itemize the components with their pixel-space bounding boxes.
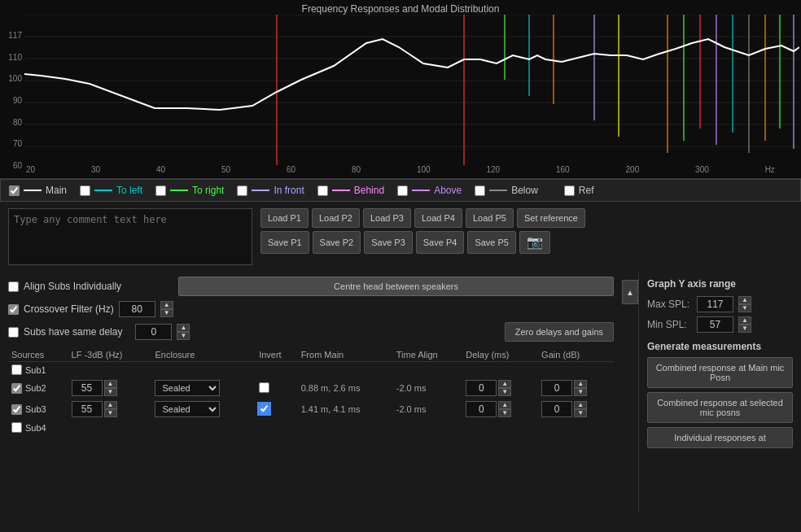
set-reference-button[interactable]: Set reference bbox=[517, 208, 585, 228]
legend-label-ref: Ref bbox=[579, 185, 594, 196]
load-p4-button[interactable]: Load P4 bbox=[414, 208, 462, 228]
sub3-gain-input[interactable] bbox=[541, 401, 572, 417]
sub2-gain-input[interactable] bbox=[541, 380, 572, 396]
sub2-label: Sub2 bbox=[25, 383, 46, 393]
legend-check-above[interactable] bbox=[397, 185, 408, 196]
legend-label-infront: In front bbox=[274, 185, 304, 196]
min-spl-input[interactable] bbox=[697, 316, 733, 333]
legend-item-above[interactable]: Above bbox=[397, 185, 462, 196]
subs-delay-down[interactable]: ▼ bbox=[177, 332, 190, 340]
legend-item-toleft[interactable]: To left bbox=[80, 185, 142, 196]
legend-check-toleft[interactable] bbox=[80, 185, 90, 196]
sub2-lf-down[interactable]: ▼ bbox=[104, 388, 117, 396]
legend-check-toright[interactable] bbox=[155, 185, 166, 196]
comment-input[interactable] bbox=[8, 208, 252, 265]
subs-delay-up[interactable]: ▲ bbox=[177, 324, 190, 332]
max-spl-row: Max SPL: ▲ ▼ bbox=[647, 296, 793, 312]
sub3-delay-input[interactable] bbox=[466, 401, 497, 417]
combined-response-main-button[interactable]: Combined response at Main mic Posn bbox=[647, 357, 793, 388]
legend-item-toright[interactable]: To right bbox=[155, 185, 224, 196]
legend-item-ref[interactable]: Ref bbox=[564, 185, 594, 196]
individual-responses-button[interactable]: Individual responses at bbox=[647, 427, 793, 448]
sub2-gain-up[interactable]: ▲ bbox=[574, 380, 587, 388]
sub2-delay-up[interactable]: ▲ bbox=[498, 380, 511, 388]
sub1-row: Sub1 bbox=[11, 364, 65, 375]
sub1-check[interactable] bbox=[11, 364, 22, 375]
chart-title: Frequency Responses and Modal Distributi… bbox=[0, 0, 801, 15]
save-p3-button[interactable]: Save P3 bbox=[364, 231, 413, 254]
sub2-delay-input[interactable] bbox=[466, 380, 497, 396]
sub3-lf-down[interactable]: ▼ bbox=[104, 409, 117, 417]
col-from-main: From Main bbox=[298, 348, 393, 362]
crossover-up[interactable]: ▲ bbox=[160, 301, 173, 309]
max-spl-input[interactable] bbox=[697, 296, 733, 312]
sub3-gain-up[interactable]: ▲ bbox=[574, 401, 587, 409]
zero-delays-button[interactable]: Zero delays and gains bbox=[505, 322, 614, 342]
crossover-spinners: ▲ ▼ bbox=[160, 301, 173, 317]
sub2-lf-input[interactable] bbox=[72, 380, 103, 396]
crossover-row: Crossover Filter (Hz) ▲ ▼ bbox=[8, 301, 614, 317]
legend-check-infront[interactable] bbox=[237, 185, 247, 196]
load-p3-button[interactable]: Load P3 bbox=[363, 208, 411, 228]
crossover-input[interactable] bbox=[119, 301, 155, 317]
save-p1-button[interactable]: Save P1 bbox=[260, 231, 309, 254]
legend-line-main bbox=[24, 190, 42, 191]
max-spl-label: Max SPL: bbox=[647, 299, 692, 310]
save-p5-button[interactable]: Save P5 bbox=[467, 231, 516, 254]
max-spl-down[interactable]: ▼ bbox=[738, 304, 751, 312]
legend-check-ref[interactable] bbox=[564, 185, 575, 196]
sub2-invert[interactable] bbox=[259, 382, 269, 393]
legend-item-infront[interactable]: In front bbox=[237, 185, 304, 196]
legend-check-below[interactable] bbox=[475, 185, 485, 196]
min-spl-down[interactable]: ▼ bbox=[738, 325, 751, 333]
sub2-enclosure[interactable]: Sealed Ported bbox=[155, 380, 220, 396]
sub2-lf-up[interactable]: ▲ bbox=[104, 380, 117, 388]
sub3-gain-down[interactable]: ▼ bbox=[574, 409, 587, 417]
legend-item-behind[interactable]: Behind bbox=[317, 185, 384, 196]
chart-y-labels: 117 110 100 90 80 70 60 bbox=[0, 29, 24, 172]
sub2-check[interactable] bbox=[11, 383, 22, 394]
legend-item-main[interactable]: Main bbox=[9, 185, 67, 196]
sub3-enclosure[interactable]: Sealed Ported bbox=[155, 401, 220, 417]
table-row: Sub4 bbox=[8, 420, 614, 435]
sub2-delay-down[interactable]: ▼ bbox=[498, 388, 511, 396]
sub3-from-main: 1.41 m, 4.1 ms bbox=[298, 399, 393, 420]
sub3-delay-down[interactable]: ▼ bbox=[498, 409, 511, 417]
subs-delay-input[interactable] bbox=[135, 324, 172, 340]
min-spl-label: Min SPL: bbox=[647, 319, 692, 330]
camera-button[interactable]: 📷 bbox=[519, 231, 550, 254]
legend-line-toright bbox=[170, 190, 188, 191]
legend-check-behind[interactable] bbox=[317, 185, 328, 196]
load-p5-button[interactable]: Load P5 bbox=[466, 208, 514, 228]
load-p1-button[interactable]: Load P1 bbox=[260, 208, 309, 228]
legend-check-main[interactable] bbox=[9, 185, 20, 196]
min-spl-row: Min SPL: ▲ ▼ bbox=[647, 316, 793, 333]
legend-line-infront bbox=[252, 190, 269, 191]
save-p4-button[interactable]: Save P4 bbox=[416, 231, 465, 254]
crossover-check[interactable] bbox=[8, 304, 19, 315]
min-spl-up[interactable]: ▲ bbox=[738, 316, 751, 325]
legend-item-below[interactable]: Below bbox=[475, 185, 538, 196]
scroll-up-button[interactable]: ▲ bbox=[622, 280, 638, 304]
combined-response-selected-button[interactable]: Combined response at selected mic posns bbox=[647, 392, 793, 423]
sub2-gain-down[interactable]: ▼ bbox=[574, 388, 587, 396]
align-subs-check[interactable] bbox=[8, 281, 19, 292]
left-panel: Align Subs Individually Centre head betw… bbox=[0, 272, 622, 512]
sub3-lf-up[interactable]: ▲ bbox=[104, 401, 117, 409]
legend-label-main: Main bbox=[46, 185, 67, 196]
legend-line-below bbox=[489, 190, 507, 191]
sub3-delay-up[interactable]: ▲ bbox=[498, 401, 511, 409]
col-gain: Gain (dB) bbox=[538, 348, 614, 362]
centre-head-button[interactable]: Centre head between speakers bbox=[178, 277, 614, 296]
sub4-label: Sub4 bbox=[25, 423, 46, 433]
crossover-down[interactable]: ▼ bbox=[160, 309, 173, 317]
sub4-check[interactable] bbox=[11, 422, 22, 433]
sub3-invert[interactable] bbox=[259, 403, 269, 414]
sub3-lf-input[interactable] bbox=[72, 401, 103, 417]
sub3-check[interactable] bbox=[11, 404, 22, 415]
save-p2-button[interactable]: Save P2 bbox=[313, 231, 361, 254]
max-spl-up[interactable]: ▲ bbox=[738, 296, 751, 304]
subs-delay-check[interactable] bbox=[8, 327, 19, 338]
sub4-row: Sub4 bbox=[11, 422, 65, 433]
load-p2-button[interactable]: Load P2 bbox=[312, 208, 360, 228]
